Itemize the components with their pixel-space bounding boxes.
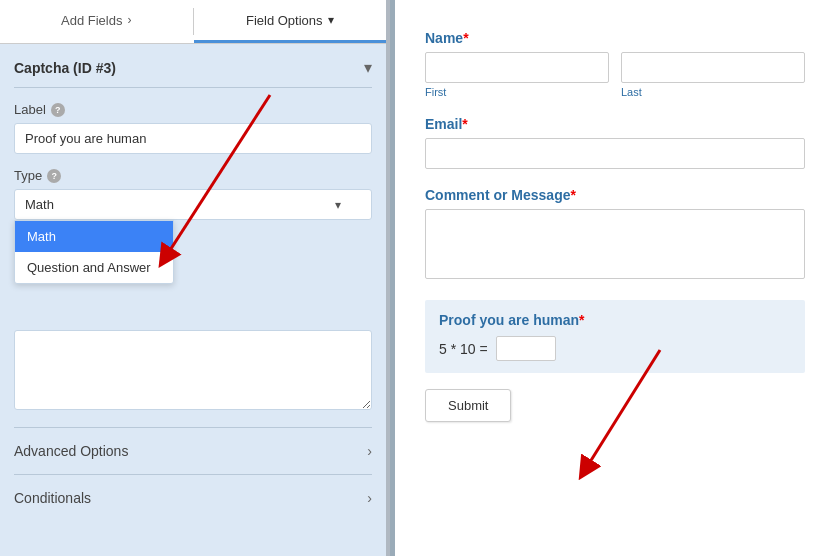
name-required: *: [463, 30, 468, 46]
add-fields-chevron-icon: ›: [127, 13, 131, 27]
label-input[interactable]: [14, 123, 372, 154]
captcha-header: Captcha (ID #3) ▾: [14, 58, 372, 88]
first-name-input[interactable]: [425, 52, 609, 83]
tab-field-options[interactable]: Field Options ▾: [194, 0, 387, 43]
type-text: Type: [14, 168, 42, 183]
captcha-answer-input[interactable]: [496, 336, 556, 361]
panel-body: Captcha (ID #3) ▾ Label ? Type ?: [0, 44, 386, 556]
email-label: Email*: [425, 116, 805, 132]
advanced-options-arrow-icon: ›: [367, 443, 372, 459]
field-options-chevron-icon: ▾: [328, 13, 334, 27]
name-label: Name*: [425, 30, 805, 46]
advanced-options-label: Advanced Options: [14, 443, 128, 459]
last-name-input[interactable]: [621, 52, 805, 83]
comment-required: *: [570, 187, 575, 203]
tab-add-fields[interactable]: Add Fields ›: [0, 0, 193, 43]
last-name-col: Last: [621, 52, 805, 98]
captcha-form-label: Proof you are human*: [439, 312, 791, 328]
type-selected-value: Math: [25, 197, 54, 212]
type-option-math[interactable]: Math: [15, 221, 173, 252]
email-input[interactable]: [425, 138, 805, 169]
conditionals-label: Conditionals: [14, 490, 91, 506]
label-help-icon[interactable]: ?: [51, 103, 65, 117]
first-sublabel: First: [425, 86, 609, 98]
label-field-group: Label ?: [14, 102, 372, 154]
description-textarea[interactable]: [14, 330, 372, 410]
captcha-form-section: Proof you are human* 5 * 10 =: [425, 300, 805, 373]
submit-button[interactable]: Submit: [425, 389, 511, 422]
email-required: *: [462, 116, 467, 132]
type-dropdown-menu: Math Question and Answer: [14, 220, 174, 284]
type-dropdown-arrow-icon: ▾: [335, 198, 341, 212]
conditionals-arrow-icon: ›: [367, 490, 372, 506]
form-preview: Name* First Last Email* C: [395, 0, 835, 556]
type-field-group: Type ? Math ▾ Math Question and Answer: [14, 168, 372, 220]
conditionals-accordion[interactable]: Conditionals ›: [14, 474, 372, 521]
type-select-wrapper: Math ▾ Math Question and Answer: [14, 189, 372, 220]
label-text: Label: [14, 102, 46, 117]
label-field-label: Label ?: [14, 102, 372, 117]
tabs-bar: Add Fields › Field Options ▾: [0, 0, 386, 44]
tab-add-fields-label: Add Fields: [61, 13, 122, 28]
captcha-required: *: [579, 312, 584, 328]
type-select-display[interactable]: Math ▾: [14, 189, 372, 220]
captcha-collapse-icon[interactable]: ▾: [364, 58, 372, 77]
advanced-options-accordion[interactable]: Advanced Options ›: [14, 427, 372, 474]
description-field-group: [14, 330, 372, 413]
email-field-group: Email*: [425, 116, 805, 169]
captcha-equation: 5 * 10 =: [439, 336, 791, 361]
captcha-title: Captcha (ID #3): [14, 60, 116, 76]
equation-text: 5 * 10 =: [439, 341, 488, 357]
tab-field-options-label: Field Options: [246, 13, 323, 28]
type-field-label: Type ?: [14, 168, 372, 183]
name-field-group: Name* First Last: [425, 30, 805, 98]
type-option-question-answer[interactable]: Question and Answer: [15, 252, 173, 283]
type-help-icon[interactable]: ?: [47, 169, 61, 183]
comment-textarea[interactable]: [425, 209, 805, 279]
comment-label: Comment or Message*: [425, 187, 805, 203]
comment-field-group: Comment or Message*: [425, 187, 805, 282]
last-sublabel: Last: [621, 86, 805, 98]
name-row: First Last: [425, 52, 805, 98]
first-name-col: First: [425, 52, 609, 98]
